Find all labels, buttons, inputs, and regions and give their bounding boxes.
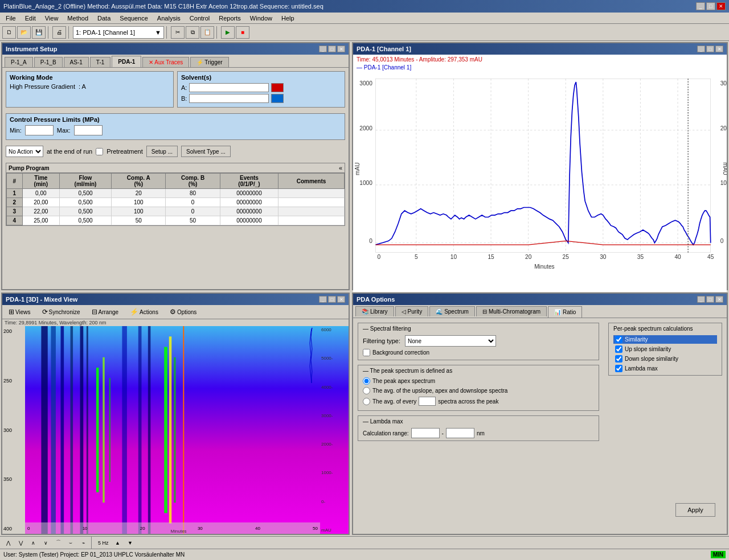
print-btn[interactable]: 🖨 [52, 26, 66, 39]
lambda-min-input[interactable]: 190.0 [411, 428, 440, 438]
panel-minimize[interactable]: _ [319, 46, 327, 52]
mixed-close[interactable]: ✕ [337, 296, 345, 303]
save-btn[interactable]: 💾 [32, 26, 46, 39]
similarity-checkbox[interactable] [615, 336, 622, 343]
panel-maximize[interactable]: □ [328, 46, 336, 52]
tab-ratio[interactable]: 📊 Ratio [548, 306, 582, 318]
chrom-maximize[interactable]: □ [706, 46, 714, 52]
row-comments[interactable] [279, 198, 345, 207]
channel-dropdown[interactable]: 1: PDA-1 [Channel 1] ▼ [73, 26, 164, 39]
up-slope-checkbox[interactable] [615, 345, 622, 353]
actions-btn[interactable]: ⚡ Actions [126, 306, 162, 318]
avg-value-input[interactable]: 2 [419, 397, 436, 406]
mixed-minimize[interactable]: _ [319, 296, 327, 303]
tab-p1b[interactable]: P-1_B [34, 57, 63, 67]
chrom-close[interactable]: ✕ [715, 46, 723, 52]
btb-up[interactable]: ▲ [112, 538, 124, 548]
row-events[interactable]: 00000000 [220, 198, 278, 207]
btb-btn-5[interactable]: ⌒ [52, 538, 64, 548]
minimize-btn[interactable]: _ [696, 2, 705, 10]
btb-btn-4[interactable]: ∨ [40, 538, 51, 548]
menu-file[interactable]: File [1, 14, 21, 23]
lambda-max-input[interactable]: 950.0 [446, 428, 474, 438]
pda-minimize[interactable]: _ [697, 296, 705, 303]
solvent-a-input[interactable] [189, 83, 269, 92]
panel-close[interactable]: ✕ [337, 46, 345, 52]
btb-btn-3[interactable]: ∧ [27, 538, 39, 548]
pump-collapse[interactable]: « [337, 163, 345, 172]
row-compb[interactable]: 0 [166, 207, 220, 216]
tab-t1[interactable]: T-1 [90, 57, 110, 67]
menu-method[interactable]: Method [63, 14, 93, 23]
menu-edit[interactable]: Edit [21, 14, 40, 23]
row-time[interactable]: 22,00 [22, 207, 59, 216]
btb-btn-1[interactable]: ⋀ [2, 538, 14, 548]
menu-data[interactable]: Data [93, 14, 115, 23]
tab-spectrum[interactable]: 🌊 Spectrum [429, 306, 475, 316]
apex-radio[interactable] [363, 377, 370, 385]
avg-upslope-radio[interactable] [363, 387, 370, 394]
close-btn[interactable]: ✕ [716, 2, 726, 10]
tab-pda1[interactable]: PDA-1 [112, 56, 141, 67]
row-comments[interactable] [279, 216, 345, 225]
row-compb[interactable]: 50 [166, 216, 220, 225]
btb-btn-7[interactable]: ⌁ [77, 538, 89, 548]
tab-p1a[interactable]: P-1_A [5, 57, 33, 67]
menu-window[interactable]: Window [245, 14, 277, 23]
paste-btn[interactable]: 📋 [200, 26, 214, 39]
row-flow[interactable]: 0,500 [59, 216, 111, 225]
menu-view[interactable]: View [40, 14, 63, 23]
row-flow[interactable]: 0,500 [59, 198, 111, 207]
setup-btn[interactable]: Setup ... [146, 146, 178, 157]
row-comments[interactable] [279, 207, 345, 216]
avg-every-radio[interactable] [363, 398, 370, 405]
menu-analysis[interactable]: Analysis [153, 14, 185, 23]
pda-close[interactable]: ✕ [715, 296, 723, 303]
stop-btn[interactable]: ■ [236, 26, 249, 39]
menu-reports[interactable]: Reports [214, 14, 245, 23]
solvent-type-btn[interactable]: Solvent Type ... [181, 146, 231, 157]
new-btn[interactable]: 🗋 [2, 26, 16, 39]
pretreatment-checkbox[interactable] [96, 148, 103, 155]
row-comments[interactable] [279, 189, 345, 198]
btb-down[interactable]: ▼ [125, 538, 136, 548]
tab-trigger[interactable]: ⚡ Trigger [190, 57, 228, 67]
btb-btn-6[interactable]: ⌣ [65, 538, 76, 548]
menu-control[interactable]: Control [185, 14, 214, 23]
row-flow[interactable]: 0,500 [59, 189, 111, 198]
down-slope-checkbox[interactable] [615, 355, 622, 363]
solvent-b-input[interactable] [189, 94, 269, 103]
menu-sequence[interactable]: Sequence [115, 14, 153, 23]
row-flow[interactable]: 0,500 [59, 207, 111, 216]
tab-purity[interactable]: ◁ Purity [395, 306, 429, 316]
row-compb[interactable]: 0 [166, 198, 220, 207]
row-compa[interactable]: 100 [112, 207, 166, 216]
copy-btn[interactable]: ⧉ [186, 26, 199, 39]
tab-aux-traces[interactable]: ✕ Aux Traces [142, 57, 189, 67]
row-compb[interactable]: 80 [166, 189, 220, 198]
row-time[interactable]: 20,00 [22, 198, 59, 207]
tab-multi-chromatogram[interactable]: ⊟ Multi-Chromatogram [476, 306, 547, 316]
arrange-btn[interactable]: ⊟ Arrange [88, 306, 123, 318]
row-time[interactable]: 0,00 [22, 189, 59, 198]
pda-maximize[interactable]: □ [706, 296, 714, 303]
row-compa[interactable]: 50 [112, 216, 166, 225]
tab-as1[interactable]: AS-1 [64, 57, 89, 67]
bg-correction-checkbox[interactable] [363, 349, 370, 356]
synchronize-btn[interactable]: ⟳ Synchronize [38, 306, 84, 318]
chrom-minimize[interactable]: _ [697, 46, 705, 52]
row-compa[interactable]: 100 [112, 198, 166, 207]
row-time[interactable]: 25,00 [22, 216, 59, 225]
max-input[interactable]: 60,0 [74, 125, 103, 135]
run-btn[interactable]: ▶ [221, 26, 235, 39]
btb-btn-2[interactable]: ⋁ [15, 538, 26, 548]
cut-btn[interactable]: ✂ [171, 26, 185, 39]
mixed-maximize[interactable]: □ [328, 296, 336, 303]
menu-help[interactable]: Help [277, 14, 299, 23]
tab-library[interactable]: 📚 Library [355, 306, 394, 316]
row-events[interactable]: 00000000 [220, 216, 278, 225]
apply-button[interactable]: Apply [675, 503, 715, 517]
end-action-select[interactable]: No Action [6, 146, 43, 157]
filter-type-select[interactable]: None [405, 335, 496, 347]
row-events[interactable]: 00000000 [220, 207, 278, 216]
